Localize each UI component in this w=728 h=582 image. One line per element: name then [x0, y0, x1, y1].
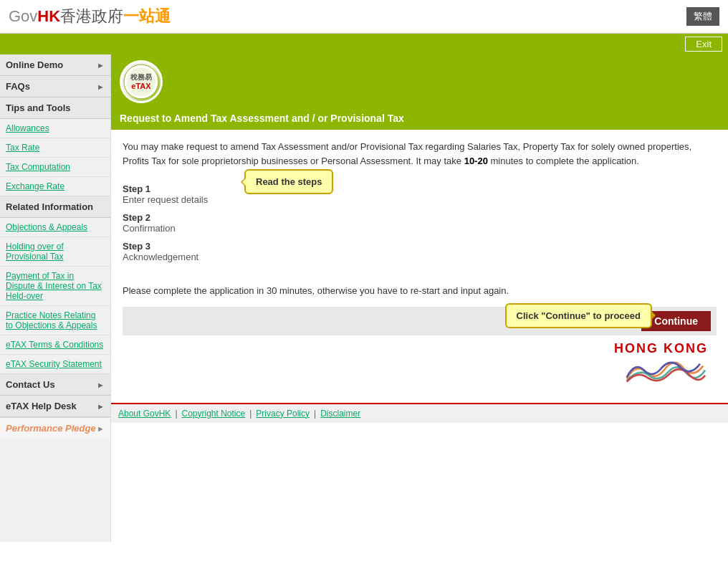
description-text: You may make request to amend Tax Assess… [123, 140, 717, 168]
faqs-label: FAQs [6, 81, 30, 92]
sidebar-item-etax-security[interactable]: eTAX Security Statement [0, 355, 110, 374]
description-part2: minutes to complete the application. [491, 156, 639, 166]
footer-sep3: | [314, 409, 316, 419]
svg-text:稅務易: 稅務易 [130, 73, 152, 81]
sidebar-item-online-demo[interactable]: Online Demo ► [0, 54, 110, 76]
sidebar-item-holding-over[interactable]: Holding over of Provisional Tax [0, 237, 110, 267]
tooltip-steps-text: Read the steps [256, 176, 322, 187]
step2-title: Step 2 [123, 212, 717, 223]
perf-pledge-label: Performance Pledge [6, 423, 96, 434]
sidebar-item-contact-us[interactable]: Contact Us ► [0, 374, 110, 396]
etax-help-arrow: ► [97, 402, 105, 411]
online-demo-label: Online Demo [6, 59, 63, 70]
faqs-arrow: ► [97, 82, 105, 91]
sidebar-item-objections[interactable]: Objections & Appeals [0, 218, 110, 237]
footer: About GovHK | Copyright Notice | Privacy… [111, 403, 728, 423]
footer-sep1: | [175, 409, 177, 419]
etax-banner: 稅務易 eTAX [111, 54, 728, 109]
sidebar-item-tax-computation[interactable]: Tax Computation [0, 158, 110, 177]
warning-text: Please complete the application in 30 mi… [123, 284, 717, 298]
hk-logo-text: HONG KONG [614, 341, 708, 356]
sidebar-item-allowances[interactable]: Allowances [0, 119, 110, 138]
footer-disclaimer[interactable]: Disclaimer [320, 409, 360, 419]
page-title-bar: Request to Amend Tax Assessment and / or… [111, 109, 728, 130]
step1-title: Step 1 [123, 183, 717, 194]
logo-chinese: 香港政府 [60, 7, 123, 25]
sidebar-item-payment-of-tax[interactable]: Payment of Tax in Dispute & Interest on … [0, 267, 110, 306]
logo-gov: Gov [9, 7, 37, 25]
footer-copyright[interactable]: Copyright Notice [182, 409, 246, 419]
sidebar-item-etax-terms[interactable]: eTAX Terms & Conditions [0, 335, 110, 355]
perf-pledge-arrow: ► [97, 424, 105, 433]
govhk-logo: GovHK香港政府一站通 [9, 6, 171, 27]
footer-privacy[interactable]: Privacy Policy [256, 409, 310, 419]
logo-dash: 一站通 [123, 7, 171, 25]
hk-waves-icon [622, 356, 708, 385]
step3-title: Step 3 [123, 241, 717, 252]
footer-about[interactable]: About GovHK [118, 409, 171, 419]
sidebar-item-performance-pledge[interactable]: Performance Pledge ► [0, 417, 110, 439]
language-button[interactable]: 繁體 [686, 7, 719, 26]
sidebar-item-tax-rate[interactable]: Tax Rate [0, 138, 110, 158]
sidebar-item-practice-notes[interactable]: Practice Notes Relating to Objections & … [0, 306, 110, 335]
contact-us-label: Contact Us [6, 379, 55, 390]
step2-desc: Confirmation [123, 223, 717, 234]
online-demo-arrow: ► [97, 61, 105, 70]
etax-help-label: eTAX Help Desk [6, 401, 77, 411]
header: GovHK香港政府一站通 繁體 [0, 0, 728, 34]
exit-bar: Exit [0, 34, 728, 54]
etax-logo: 稅務易 eTAX [120, 60, 163, 103]
tips-label: Tips and Tools [6, 102, 71, 113]
content-area: You may make request to amend Tax Assess… [111, 130, 728, 403]
continue-bar: Click "Continue" to proceed Continue [123, 307, 717, 335]
layout: Online Demo ► FAQs ► Tips and Tools Allo… [0, 54, 728, 542]
hk-logo: HONG KONG [614, 341, 708, 387]
sidebar-item-etax-help-desk[interactable]: eTAX Help Desk ► [0, 396, 110, 417]
step3-desc: Acknowledgement [123, 252, 717, 262]
main-content: 稅務易 eTAX Request to Amend Tax Assessment… [111, 54, 728, 542]
page-title: Request to Amend Tax Assessment and / or… [120, 113, 719, 124]
contact-us-arrow: ► [97, 381, 105, 389]
step-2: Step 2 Confirmation [123, 212, 717, 234]
exit-button[interactable]: Exit [685, 37, 722, 52]
related-info-label: Related Information [6, 201, 93, 212]
step-3: Step 3 Acknowledgement [123, 241, 717, 262]
time-bold: 10-20 [464, 156, 488, 166]
logo-hk: HK [37, 7, 60, 25]
sidebar-item-faqs[interactable]: FAQs ► [0, 76, 110, 97]
sidebar-item-related-information[interactable]: Related Information [0, 196, 110, 218]
sidebar-item-exchange-rate[interactable]: Exchange Rate [0, 177, 110, 196]
sidebar: Online Demo ► FAQs ► Tips and Tools Allo… [0, 54, 111, 542]
tooltip-continue: Click "Continue" to proceed [505, 303, 652, 328]
svg-text:eTAX: eTAX [131, 82, 151, 90]
step1-desc: Enter request details [123, 194, 717, 205]
footer-sep2: | [249, 409, 252, 419]
hk-logo-area: HONG KONG [123, 335, 717, 393]
steps-area: Step 1 Enter request details Read the st… [123, 176, 717, 284]
tooltip-continue-text: Click "Continue" to proceed [517, 310, 641, 321]
tooltip-read-steps: Read the steps [244, 169, 333, 194]
sidebar-item-tips-and-tools[interactable]: Tips and Tools [0, 97, 110, 119]
step-1: Step 1 Enter request details [123, 183, 717, 205]
